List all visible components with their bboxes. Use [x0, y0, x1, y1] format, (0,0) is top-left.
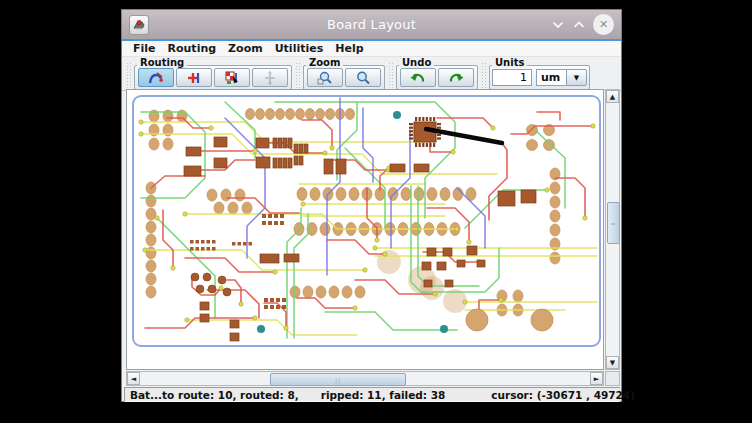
toolbar-group-routing: Routing	[134, 65, 292, 90]
arrow-down-icon: ▼	[574, 74, 579, 82]
vertical-scrollbar[interactable]: ▲ = ▼	[605, 89, 620, 370]
menu-file[interactable]: File	[127, 42, 162, 55]
scroll-right-button[interactable]: ►	[590, 372, 603, 385]
scrollbar-corner	[605, 371, 620, 386]
window-title: Board Layout	[122, 17, 621, 32]
zoom-in-icon	[317, 70, 333, 86]
autoroute-button[interactable]	[138, 68, 174, 87]
menu-bar: File Routing Zoom Utilities Help	[122, 41, 621, 57]
app-icon	[129, 15, 149, 35]
status-ripped-failed: ripped: 11, failed: 38	[321, 389, 446, 401]
menu-help[interactable]: Help	[329, 42, 369, 55]
move-icon	[262, 70, 278, 86]
redo-button[interactable]	[438, 68, 474, 87]
zoom-out-button[interactable]	[345, 68, 381, 87]
zoom-in-button[interactable]	[307, 68, 343, 87]
ripup-icon	[186, 70, 202, 86]
toolbar-group-units-label: Units	[492, 57, 527, 68]
toolbar-group-undo: Undo	[396, 65, 478, 90]
horizontal-scrollbar[interactable]: ◄ || ►	[126, 371, 604, 386]
pcb-drawing	[127, 90, 603, 369]
maximize-button[interactable]	[572, 18, 586, 32]
desktop: { "window": { "title": "Board Layout", "…	[0, 0, 752, 423]
pcb-canvas[interactable]	[126, 89, 604, 370]
units-combobox-arrow[interactable]: ▼	[566, 69, 587, 86]
close-button[interactable]: ✕	[593, 14, 614, 35]
units-value-input[interactable]	[492, 69, 532, 86]
undo-icon	[410, 70, 426, 86]
units-combobox-value: um	[536, 69, 566, 86]
chevron-up-icon	[573, 21, 585, 29]
units-combobox[interactable]: um ▼	[536, 69, 587, 86]
horizontal-scroll-thumb[interactable]: ||	[270, 373, 406, 386]
toolbar-grip[interactable]	[481, 62, 487, 88]
scroll-down-button[interactable]: ▼	[606, 356, 619, 369]
autoroute-icon	[148, 70, 164, 86]
route-target-button[interactable]	[214, 68, 250, 87]
toolbar-group-units: Units um ▼	[489, 65, 590, 90]
toolbar-group-zoom-label: Zoom	[306, 57, 343, 68]
menu-routing[interactable]: Routing	[162, 42, 223, 55]
toolbar-grip[interactable]	[295, 62, 301, 88]
toolbar-group-undo-label: Undo	[399, 57, 434, 68]
route-target-icon	[224, 70, 240, 86]
thumb-grip: =	[610, 220, 616, 227]
minimize-button[interactable]	[551, 18, 565, 32]
toolbar-group-routing-label: Routing	[137, 57, 187, 68]
toolbar-grip[interactable]	[388, 62, 394, 88]
app-icon-glyph	[132, 18, 146, 32]
toolbar-group-zoom: Zoom	[303, 65, 385, 90]
vertical-scroll-thumb[interactable]: =	[607, 202, 620, 244]
title-bar[interactable]: Board Layout ✕	[122, 10, 621, 39]
status-cursor-position: cursor: (-30671 , 49724)	[491, 389, 635, 401]
move-button[interactable]	[252, 68, 288, 87]
zoom-out-icon	[355, 70, 371, 86]
window-controls: ✕	[551, 14, 621, 35]
undo-button[interactable]	[400, 68, 436, 87]
chevron-down-icon	[552, 21, 564, 29]
thumb-grip: ||	[335, 376, 341, 383]
scroll-up-button[interactable]: ▲	[606, 90, 619, 103]
status-route-counts: Bat...to route: 10, routed: 8,	[130, 389, 299, 401]
status-bar: Bat...to route: 10, routed: 8, ripped: 1…	[124, 387, 620, 402]
menu-utilities[interactable]: Utilities	[269, 42, 330, 55]
scroll-left-button[interactable]: ◄	[127, 372, 140, 385]
ripup-button[interactable]	[176, 68, 212, 87]
toolbar-grip[interactable]	[126, 62, 132, 88]
arrow-up-icon: ▲	[610, 93, 615, 101]
arrow-right-icon: ►	[594, 375, 599, 383]
toolbar: Routing	[122, 57, 621, 91]
redo-icon	[448, 70, 464, 86]
arrow-left-icon: ◄	[131, 375, 136, 383]
arrow-down-icon: ▼	[610, 359, 615, 367]
app-window: Board Layout ✕ File Routing Zoom Utiliti…	[121, 9, 622, 402]
menu-zoom[interactable]: Zoom	[222, 42, 269, 55]
